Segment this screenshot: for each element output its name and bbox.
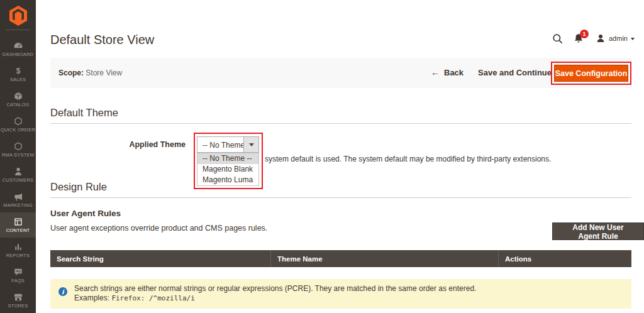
rma-system-icon [13, 141, 23, 151]
arrow-left-icon: ← [431, 67, 440, 77]
sidebar-item-label: DASHBOARD [3, 52, 33, 57]
sidebar-item-faqs[interactable]: FAQ FAQS [0, 263, 36, 288]
applied-theme-select[interactable]: -- No Theme -- [197, 136, 259, 153]
sidebar: DASHBOARD $ SALES CATALOG QUICK ORDER [0, 0, 36, 313]
sidebar-item-quick-order[interactable]: QUICK ORDER [0, 112, 36, 137]
dropdown-option-no-theme[interactable]: -- No Theme -- [197, 153, 258, 164]
sidebar-item-dashboard[interactable]: DASHBOARD [0, 36, 36, 62]
design-rule-heading: Design Rule [50, 181, 107, 193]
dropdown-option-magento-blank[interactable]: Magento Blank [197, 164, 258, 175]
sidebar-item-label: SALES [10, 77, 26, 82]
notification-badge: 1 [580, 30, 589, 38]
sidebar-item-sales[interactable]: $ SALES [0, 62, 36, 87]
save-configuration-button[interactable]: Save Configuration [554, 65, 628, 82]
add-new-user-agent-rule-button[interactable]: Add New User Agent Rule [552, 222, 644, 240]
notice-examples-label: Examples: [74, 294, 109, 302]
sidebar-item-marketing[interactable]: MARKETING [0, 187, 36, 212]
sidebar-item-label: RMA SYSTEM [2, 152, 34, 158]
annotation-highlight-applied-theme: -- No Theme -- -- No Theme -- Magento Bl… [194, 133, 263, 189]
applied-theme-note: system default is used. The system defau… [265, 155, 623, 163]
caret-down-icon [631, 38, 635, 42]
sidebar-item-rma-system[interactable]: RMA SYSTEM [0, 137, 36, 162]
scope-label: Scope: [58, 69, 84, 77]
scope-text: Scope: Store View [58, 69, 122, 77]
sidebar-item-label: CONTENT [6, 228, 30, 233]
sidebar-item-label: STORES [8, 303, 28, 309]
reports-icon [13, 242, 23, 251]
magento-logo-icon [9, 5, 28, 26]
sidebar-item-reports[interactable]: REPORTS [0, 238, 36, 263]
back-button[interactable]: ← Back [431, 67, 464, 77]
faqs-icon: FAQ [13, 267, 23, 277]
back-button-label: Back [444, 68, 464, 77]
notice-text-line2: Examples: Firefox: /^mozilla/i [74, 294, 195, 302]
user-agent-rules-description: User agent exceptions override product a… [50, 224, 267, 233]
info-icon: i [58, 287, 67, 296]
search-icon [552, 33, 564, 45]
marketing-icon [13, 192, 23, 201]
sidebar-item-label: CATALOG [6, 102, 29, 107]
user-icon [596, 33, 606, 43]
svg-text:FAQ: FAQ [16, 270, 21, 273]
svg-text:$: $ [16, 67, 20, 75]
page-title: Default Store View [50, 33, 154, 47]
select-caret-button[interactable] [243, 137, 258, 152]
sidebar-item-label: REPORTS [6, 253, 30, 258]
search-strings-notice: i Search strings are either normal strin… [50, 279, 631, 309]
sidebar-item-content[interactable]: CONTENT [0, 212, 36, 238]
sidebar-item-customers[interactable]: CUSTOMERS [0, 162, 36, 187]
sales-icon: $ [13, 66, 23, 75]
sidebar-item-label: MARKETING [3, 202, 32, 208]
section-divider [50, 123, 631, 124]
chevron-down-icon [249, 143, 254, 149]
search-button[interactable] [552, 33, 564, 48]
notice-example-code: Firefox: /^mozilla/i [111, 294, 194, 302]
scope-bar: Scope: Store View ← Back Save and Contin… [50, 58, 631, 88]
section-divider [50, 197, 631, 198]
applied-theme-dropdown: -- No Theme -- Magento Blank Magento Lum… [197, 153, 259, 186]
dropdown-option-magento-luma[interactable]: Magento Luma [197, 175, 258, 185]
user-agent-rules-heading: User Agent Rules [50, 209, 121, 218]
sidebar-item-label: QUICK ORDER [1, 127, 35, 133]
save-and-continue-button[interactable]: Save and Continue [478, 68, 552, 77]
notice-text-line1: Search strings are either normal strings… [74, 284, 476, 293]
magento-logo[interactable] [0, 5, 36, 26]
admin-user-menu[interactable]: admin [596, 33, 635, 43]
sidebar-item-label: FAQS [11, 278, 25, 283]
default-theme-heading: Default Theme [50, 107, 118, 119]
applied-theme-label: Applied Theme [110, 140, 186, 149]
scope-value: Store View [86, 69, 122, 77]
sidebar-item-label: CUSTOMERS [3, 177, 34, 183]
content-icon [13, 217, 23, 226]
stores-icon [13, 292, 23, 302]
customers-icon [13, 167, 23, 176]
column-header-theme-name: Theme Name [271, 250, 499, 267]
dashboard-icon [13, 41, 23, 50]
magento-admin-page: DASHBOARD $ SALES CATALOG QUICK ORDER [0, 0, 644, 313]
sidebar-nav: DASHBOARD $ SALES CATALOG QUICK ORDER [0, 36, 36, 313]
column-header-actions: Actions [499, 250, 631, 267]
user-agent-rules-table-header: Search String Theme Name Actions [50, 250, 631, 267]
sidebar-divider [6, 30, 30, 30]
quick-order-icon [13, 116, 23, 126]
notifications-button[interactable]: 1 [573, 33, 584, 47]
sidebar-item-catalog[interactable]: CATALOG [0, 87, 36, 112]
column-header-search-string: Search String [50, 250, 271, 267]
catalog-icon [13, 91, 23, 101]
annotation-highlight-save-configuration: Save Configuration [551, 62, 631, 85]
sidebar-item-stores[interactable]: STORES [0, 288, 36, 313]
admin-username: admin [609, 35, 628, 42]
